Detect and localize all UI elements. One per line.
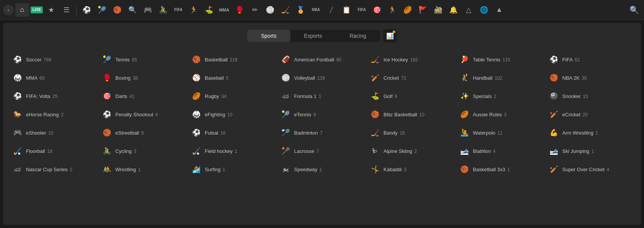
sport-item[interactable]: 🏏 eCricket 20 [545, 105, 635, 124]
sport-item[interactable]: 🏎 Formula 1 1 [277, 87, 367, 105]
nba2k-nav-icon[interactable]: NBA [309, 3, 323, 17]
sport-count: 80 [336, 57, 341, 63]
sport-name: Field hockey 1 [205, 148, 237, 154]
medal-nav-icon[interactable]: 🏅 [294, 3, 307, 17]
run2-nav-icon[interactable]: 🏃 [385, 3, 399, 17]
sport-item[interactable]: 🏈 American Football 80 [277, 50, 367, 69]
sport-icon: ✨ [459, 91, 470, 101]
sport-count: 7 [320, 130, 323, 136]
favorites-icon[interactable]: ★ [44, 3, 58, 17]
sport-item[interactable]: 🤾 Handball 102 [456, 69, 545, 87]
sport-item[interactable]: 🏉 Aussie Rules 3 [456, 105, 545, 124]
sport-item[interactable]: ✨ Specials 2 [456, 87, 545, 105]
sport-count: 115 [503, 57, 510, 63]
sport-item[interactable]: 🏀 eStreetball 9 [99, 124, 188, 142]
sport-item[interactable]: 🏀 Basketball 3x3 1 [456, 160, 545, 178]
sport-item[interactable]: 🏒 Bandy 16 [367, 124, 456, 142]
sport-item[interactable]: ⚽ FIFA: Volta 25 [9, 87, 99, 105]
sport-item[interactable]: 🏀 Basketball 218 [188, 50, 277, 69]
sport-item[interactable]: ⚾ Baseball 5 [188, 69, 277, 87]
hockey-nav-icon[interactable]: 🏒 [278, 3, 292, 17]
home-icon[interactable]: ⌂ [15, 3, 29, 17]
slash-nav-icon[interactable]: ╱ [324, 3, 338, 17]
sport-icon: ⚽ [12, 54, 23, 65]
sport-item[interactable]: ⛳ Golf 6 [367, 87, 456, 105]
sport-item[interactable]: 🥋 MMA 66 [9, 69, 99, 87]
sport-item[interactable]: 🤽 Waterpolo 11 [456, 124, 545, 142]
sport-icon: 🏀 [549, 72, 559, 83]
volleyball-nav-icon[interactable]: 🏐 [263, 3, 277, 17]
rugby-nav-icon[interactable]: 🏉 [401, 3, 414, 17]
sport-item[interactable]: 🏐 Volleyball 139 [277, 69, 367, 87]
sport-item[interactable]: 🥊 Boxing 38 [99, 69, 188, 87]
sport-item[interactable]: 🎾 Tennis 65 [99, 50, 188, 69]
esports-nav-icon[interactable]: 🎮 [141, 3, 155, 17]
run-nav-icon[interactable]: 🏃 [187, 3, 201, 17]
betslip-icon[interactable]: ☰ [60, 3, 73, 17]
sport-count: 192 [410, 57, 418, 63]
sport-item[interactable]: 🏀 Blitz Basketball 10 [367, 105, 456, 124]
live-icon[interactable]: LIVE [31, 6, 43, 13]
sport-item[interactable]: ⚽ FIFA 62 [545, 50, 635, 69]
sport-count: 66 [39, 75, 44, 81]
sport-item[interactable]: 🏄 Surfing 1 [188, 160, 277, 178]
sport-item[interactable]: ⛷ Alpine Skiing 2 [367, 142, 456, 160]
pyramid-nav-icon[interactable]: △ [462, 3, 476, 17]
golf-nav-icon[interactable]: ⛳ [202, 3, 216, 17]
sport-count: 16 [220, 130, 225, 136]
cycling-nav-icon[interactable]: 🚴 [156, 3, 170, 17]
board-nav-icon[interactable]: 📋 [340, 3, 353, 17]
sport-icon: 🏉 [191, 91, 202, 101]
sport-item[interactable]: 🎿 Ski Jumping 1 [545, 142, 635, 160]
sport-item[interactable]: 🎾 eTennis 9 [277, 105, 367, 124]
sport-item[interactable]: 🏍 Speedway 1 [277, 160, 367, 178]
sport-item[interactable]: ⚽ Penalty Shootout 4 [99, 105, 188, 124]
sport-name: eTennis 9 [294, 112, 316, 117]
sport-item[interactable]: 🎯 Darts 41 [99, 87, 188, 105]
boxing-nav-icon[interactable]: 🥊 [233, 3, 246, 17]
fifa2-nav-icon[interactable]: FIFA [355, 3, 369, 17]
sport-item[interactable]: 🏀 NBA 2K 30 [545, 69, 635, 87]
back-button[interactable]: ‹ [3, 5, 14, 15]
tab-racing[interactable]: Racing [336, 30, 380, 42]
sport-item[interactable]: 🎮 eShooter 10 [9, 124, 99, 142]
sport-item[interactable]: ⚽ Futsal 16 [188, 124, 277, 142]
tennis-nav-icon[interactable]: 🎾 [95, 3, 109, 17]
sport-item[interactable]: 🚴 Cycling 3 [99, 142, 188, 160]
search-nav-icon[interactable]: 🔍 [126, 3, 139, 17]
sport-item[interactable]: 🤸 Kabaddi 3 [367, 160, 456, 178]
tab-sports[interactable]: Sports [247, 30, 290, 42]
mma-nav-icon[interactable]: MMA [217, 3, 231, 17]
sport-item[interactable]: 🏎 Nascar Cup Series 2 [9, 160, 99, 178]
sport-item[interactable]: 🤼 Wrestling 1 [99, 160, 188, 178]
fifa-nav-icon[interactable]: FIFA [172, 3, 185, 17]
search-button[interactable]: 🔍 [627, 3, 641, 17]
sport-item[interactable]: 🏓 Table Tennis 115 [456, 50, 545, 69]
sport-icon: 🥊 [102, 72, 112, 83]
sport-item[interactable]: 🏏 Super Over Cricket 4 [545, 160, 635, 178]
flag-nav-icon[interactable]: 🚩 [416, 3, 430, 17]
bike-nav-icon[interactable]: 🚵 [431, 3, 445, 17]
sport-item[interactable]: 🏑 Floorball 18 [9, 142, 99, 160]
sport-item[interactable]: ⚽ Soccer 769 [9, 50, 99, 69]
sport-item[interactable]: 🥋 eFighting 10 [188, 105, 277, 124]
tab-esports[interactable]: Esports [290, 30, 336, 42]
soccer-nav-icon[interactable]: ⚽ [80, 3, 94, 17]
sport-item[interactable]: 🐎 eHorse Racing 2 [9, 105, 99, 124]
sport-item[interactable]: 🎱 Snooker 15 [545, 87, 635, 105]
sport-item[interactable]: 🏉 Rugby 34 [188, 87, 277, 105]
sport-item[interactable]: 🥍 Lacrosse 7 [277, 142, 367, 160]
globe-nav-icon[interactable]: 🌐 [477, 3, 491, 17]
sport-item[interactable]: 🏏 Cricket 72 [367, 69, 456, 87]
sport-item[interactable]: 🏒 Ice Hockey 192 [367, 50, 456, 69]
basketball-nav-icon[interactable]: 🏀 [110, 3, 124, 17]
sport-item[interactable]: 🎿 Biathlon 4 [456, 142, 545, 160]
sport-item[interactable]: 🏑 Field hockey 1 [188, 142, 277, 160]
target-nav-icon[interactable]: 🎯 [370, 3, 384, 17]
bell-nav-icon[interactable]: 🔔 [447, 3, 460, 17]
sport-item[interactable]: 💪 Arm Wrestling 1 [545, 124, 635, 142]
arrow-nav-icon[interactable]: ▲ [492, 3, 506, 17]
stats-button[interactable]: 📊 [383, 29, 397, 43]
sport-item[interactable]: 🏸 Badminton 7 [277, 124, 367, 142]
pen-nav-icon[interactable]: ✏ [248, 3, 262, 17]
